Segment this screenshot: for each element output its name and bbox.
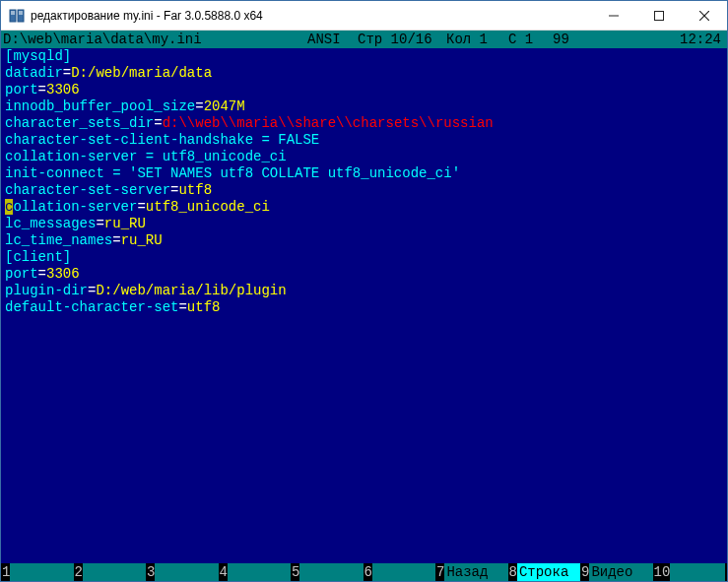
fkey-number: 5 — [291, 563, 299, 581]
editor-token: innodb_buffer_pool_size — [5, 98, 195, 114]
editor-token: ru_RU — [121, 232, 163, 248]
editor-token: = — [154, 115, 162, 131]
editor-line[interactable]: [client] — [5, 249, 723, 266]
editor-line[interactable]: datadir=D:/web/maria/data — [5, 65, 723, 82]
fkey-label — [10, 563, 73, 581]
maximize-button[interactable] — [636, 1, 682, 31]
editor-token: = — [38, 266, 46, 282]
editor-token: lc_messages — [5, 216, 96, 231]
fkey-8[interactable]: 8Строка — [508, 563, 581, 581]
editor-token: = — [96, 216, 103, 231]
editor-line[interactable]: character-set-server=utf8 — [5, 182, 723, 199]
fkey-6[interactable]: 6 — [364, 563, 436, 581]
editor-token: character-set-client-handshake = FALSE — [5, 132, 319, 148]
app-icon — [9, 8, 25, 24]
fkey-2[interactable]: 2 — [74, 563, 147, 581]
editor-token: ru_RU — [104, 216, 146, 231]
editor-token: = — [195, 98, 203, 114]
editor-token: port — [5, 82, 38, 97]
window-titlebar: редактирование my.ini - Far 3.0.5888.0 x… — [1, 1, 727, 31]
status-code: 99 — [551, 31, 648, 48]
fkey-number: 2 — [74, 563, 83, 581]
fkey-7[interactable]: 7Назад — [435, 563, 508, 581]
fkey-number: 4 — [219, 563, 228, 581]
editor-token: default-character-set — [5, 299, 178, 315]
editor-line[interactable]: innodb_buffer_pool_size=2047M — [5, 98, 723, 115]
editor-line[interactable]: init-connect = 'SET NAMES utf8 COLLATE u… — [5, 165, 723, 182]
fkey-5[interactable]: 5 — [291, 563, 364, 581]
editor-line[interactable]: character-set-client-handshake = FALSE — [5, 132, 723, 149]
editor-token: utf8 — [187, 299, 221, 315]
editor-token: port — [5, 266, 38, 282]
editor-token: = — [112, 232, 120, 248]
fkey-label — [83, 563, 146, 581]
editor-line[interactable]: [mysqld] — [5, 48, 723, 65]
close-button[interactable] — [682, 1, 727, 31]
fkey-label — [670, 563, 725, 581]
fkey-9[interactable]: 9Видео — [580, 563, 653, 581]
fkey-label — [155, 563, 218, 581]
fkey-10[interactable]: 10 — [653, 563, 726, 581]
fkey-number: 3 — [146, 563, 155, 581]
editor-viewport[interactable]: [mysqld]datadir=D:/web/maria/dataport=33… — [1, 48, 727, 563]
editor-token: collation-server = utf8_unicode_ci — [5, 149, 287, 164]
fkey-number: 10 — [653, 563, 671, 581]
fkey-label: Видео — [589, 563, 652, 581]
fkey-label: Назад — [444, 563, 507, 581]
fkey-1[interactable]: 1 — [1, 563, 74, 581]
svg-rect-7 — [655, 11, 664, 20]
fkey-label — [299, 563, 363, 581]
fkey-number: 1 — [1, 563, 10, 581]
editor-token: = — [63, 65, 71, 81]
editor-line[interactable]: collation-server=utf8_unicode_ci — [5, 199, 723, 216]
fkey-number: 6 — [364, 563, 372, 581]
editor-token: datadir — [5, 65, 63, 81]
function-key-bar: 1 2 3 4 5 6 7Назад8Строка9Видео10 — [1, 563, 727, 581]
status-time: 12:24 — [648, 31, 727, 48]
status-filepath: D:\web\maria\data\my.ini — [1, 31, 305, 48]
fkey-label: Строка — [517, 563, 580, 581]
status-line: Стр 10/16 — [356, 31, 444, 48]
editor-line[interactable]: port=3306 — [5, 266, 723, 283]
editor-token: d:\\web\\maria\\share\\charsets\\russian — [163, 115, 494, 131]
status-encoding: ANSI — [305, 31, 356, 48]
window-title: редактирование my.ini - Far 3.0.5888.0 x… — [31, 9, 591, 23]
editor-token: [client] — [5, 249, 71, 265]
fkey-label — [372, 563, 435, 581]
editor-token: lc_time_names — [5, 232, 112, 248]
status-char: С 1 — [506, 31, 551, 48]
editor-token: = — [38, 82, 46, 97]
status-col: Кол 1 — [444, 31, 506, 48]
editor-line[interactable]: lc_time_names=ru_RU — [5, 232, 723, 249]
editor-token: ollation-server — [13, 199, 137, 215]
fkey-number: 8 — [508, 563, 517, 581]
editor-line[interactable]: plugin-dir=D:/web/maria/lib/plugin — [5, 283, 723, 299]
fkey-3[interactable]: 3 — [146, 563, 219, 581]
fkey-number: 7 — [435, 563, 444, 581]
editor-token: init-connect = 'SET NAMES utf8 COLLATE u… — [5, 165, 460, 181]
editor-line[interactable]: collation-server = utf8_unicode_ci — [5, 149, 723, 165]
fkey-label — [228, 563, 291, 581]
editor-token: 3306 — [46, 266, 80, 282]
editor-line[interactable]: port=3306 — [5, 82, 723, 98]
fkey-number: 9 — [580, 563, 589, 581]
editor-token: character-set-server — [5, 182, 170, 198]
editor-token: = — [137, 199, 145, 215]
editor-token: D:/web/maria/data — [71, 65, 212, 81]
editor-token: [mysqld] — [5, 48, 71, 64]
fkey-4[interactable]: 4 — [219, 563, 292, 581]
editor-line[interactable]: default-character-set=utf8 — [5, 299, 723, 316]
editor-token: 2047M — [204, 98, 245, 114]
editor-line[interactable]: lc_messages=ru_RU — [5, 216, 723, 232]
editor-token: = — [178, 299, 186, 315]
editor-token: plugin-dir — [5, 283, 88, 298]
editor-token: utf8 — [178, 182, 212, 198]
minimize-button[interactable] — [591, 1, 636, 31]
editor-status-bar: D:\web\maria\data\my.ini ANSI Стр 10/16 … — [1, 31, 727, 48]
editor-token: utf8_unicode_ci — [146, 199, 270, 215]
editor-line[interactable]: character_sets_dir=d:\\web\\maria\\share… — [5, 115, 723, 132]
editor-token: D:/web/maria/lib/plugin — [96, 283, 286, 298]
editor-token: character_sets_dir — [5, 115, 154, 131]
editor-token: 3306 — [46, 82, 80, 97]
